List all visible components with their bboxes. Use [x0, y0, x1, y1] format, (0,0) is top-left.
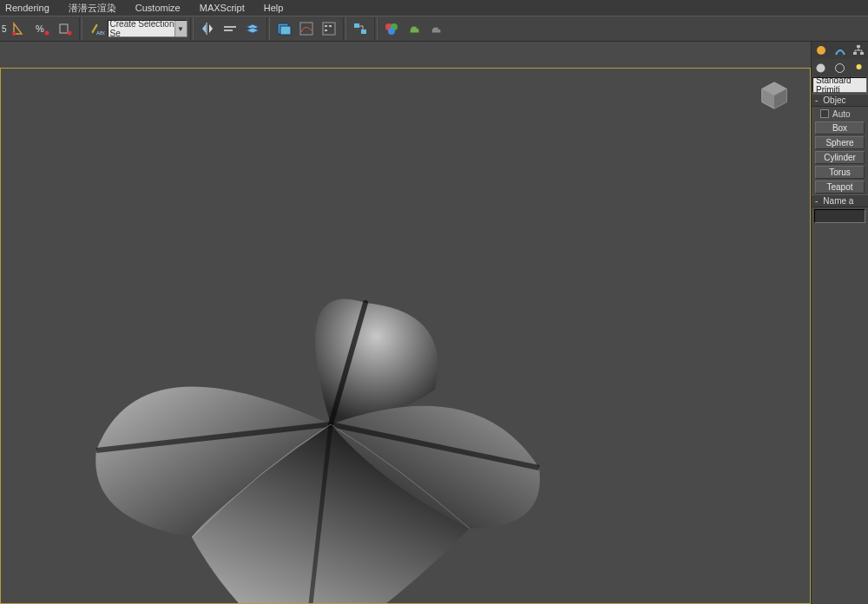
svg-rect-7	[224, 30, 233, 31]
rollout-collapse-icon: -	[815, 196, 818, 206]
svg-point-31	[856, 64, 861, 69]
geometry-subtab[interactable]	[812, 59, 831, 76]
svg-point-25	[817, 46, 825, 55]
menu-rendering[interactable]: Rendering	[5, 3, 49, 13]
command-panel: Standard Primiti - Objec Auto Box Sphere…	[811, 42, 868, 604]
snap-percent-button[interactable]: %	[31, 17, 54, 40]
menu-help[interactable]: Help	[264, 3, 284, 13]
svg-rect-28	[860, 52, 864, 55]
svg-rect-26	[857, 45, 860, 48]
svg-text:%: %	[36, 23, 44, 34]
rollout-title: Objec	[823, 95, 845, 105]
name-color-rollout-header[interactable]: - Name a	[812, 194, 868, 207]
lights-subtab[interactable]	[849, 59, 868, 76]
toolbar-separator	[266, 17, 270, 40]
toolbar-separator	[374, 17, 378, 40]
svg-point-2	[44, 31, 49, 36]
category-dropdown[interactable]: Standard Primiti	[812, 77, 867, 93]
workspace: Standard Primiti - Objec Auto Box Sphere…	[0, 42, 868, 604]
toolbar-separator	[343, 17, 346, 40]
schematic-view-button[interactable]	[349, 17, 372, 40]
perspective-viewport[interactable]	[0, 68, 811, 604]
toolbar-separator	[79, 17, 82, 40]
object-name-input[interactable]	[814, 209, 865, 223]
manage-layers-button[interactable]	[273, 17, 295, 40]
svg-point-29	[817, 63, 825, 72]
snap-angle-button[interactable]	[9, 17, 31, 40]
edit-named-selection-button[interactable]: ABC	[85, 17, 108, 40]
dropdown-arrow-icon[interactable]: ▼	[174, 21, 187, 36]
rollout-collapse-icon: -	[815, 95, 818, 105]
menu-bar: Rendering 潜潜云渲染 Customize MAXScript Help	[0, 0, 868, 16]
svg-rect-6	[224, 26, 236, 28]
svg-point-0	[12, 32, 16, 36]
material-editor-button[interactable]	[380, 17, 403, 40]
svg-text:ABC: ABC	[96, 30, 105, 36]
create-tab[interactable]	[812, 42, 831, 59]
svg-rect-3	[60, 24, 68, 33]
main-toolbar: 5 % ABC Create Selection Se ▼	[0, 16, 868, 42]
hierarchy-tab[interactable]	[849, 42, 868, 59]
toolbar-separator	[190, 17, 194, 40]
modify-tab[interactable]	[831, 42, 850, 59]
svg-point-20	[416, 27, 418, 29]
svg-point-30	[836, 63, 845, 72]
cylinder-button[interactable]: Cylinder	[815, 151, 865, 164]
autogrid-label: Auto	[832, 109, 851, 119]
align-button[interactable]	[219, 17, 241, 40]
menu-cloud-render[interactable]: 潜潜云渲染	[69, 2, 116, 15]
svg-rect-9	[280, 26, 291, 35]
svg-rect-14	[325, 30, 327, 31]
render-setup-button[interactable]	[403, 17, 425, 40]
sphere-button[interactable]: Sphere	[815, 136, 865, 149]
svg-rect-27	[853, 52, 857, 55]
box-button[interactable]: Box	[815, 121, 865, 135]
shapes-subtab[interactable]	[831, 59, 850, 76]
curve-editor-button[interactable]	[295, 17, 318, 40]
svg-rect-15	[354, 23, 359, 28]
teapot-button[interactable]: Teapot	[815, 181, 865, 194]
selection-set-dropdown[interactable]: Create Selection Se ▼	[108, 20, 187, 37]
svg-point-19	[388, 28, 395, 35]
torus-button[interactable]: Torus	[815, 166, 865, 179]
menu-customize[interactable]: Customize	[135, 3, 181, 13]
toolbar-fragment-label: 5	[2, 24, 7, 34]
rollout-title: Name a	[823, 196, 853, 206]
svg-rect-12	[325, 25, 327, 27]
autogrid-row: Auto	[812, 107, 868, 121]
svg-rect-16	[361, 30, 366, 34]
svg-point-4	[67, 31, 71, 36]
svg-rect-13	[329, 25, 332, 27]
layer-manager-button[interactable]	[241, 17, 264, 40]
svg-rect-10	[300, 23, 312, 35]
render-last-button[interactable]	[425, 17, 448, 40]
mirror-button[interactable]	[196, 17, 219, 40]
viewport-container	[0, 42, 811, 604]
object-type-rollout-header[interactable]: - Objec	[812, 94, 868, 107]
snap-spinner-button[interactable]	[54, 17, 76, 40]
view-cube[interactable]	[758, 79, 791, 112]
menu-maxscript[interactable]: MAXScript	[200, 3, 245, 13]
3d-object-cross-vault[interactable]	[70, 251, 556, 604]
svg-rect-11	[323, 23, 335, 35]
create-subtabs	[812, 59, 868, 76]
autogrid-checkbox[interactable]	[820, 109, 829, 118]
svg-point-21	[437, 28, 440, 30]
command-panel-tabs	[812, 42, 868, 59]
dope-sheet-button[interactable]	[318, 17, 340, 40]
